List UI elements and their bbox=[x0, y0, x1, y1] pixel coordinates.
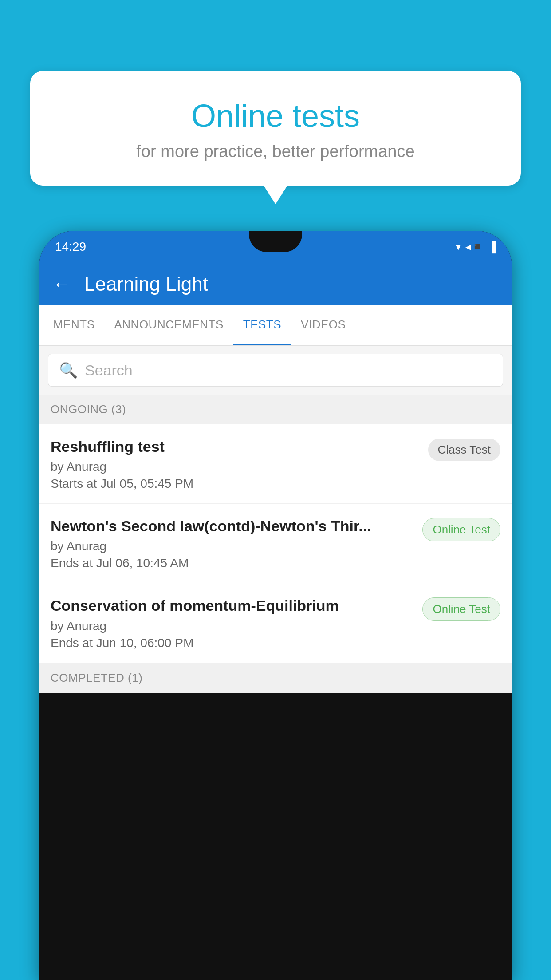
back-button[interactable]: ← bbox=[52, 273, 71, 295]
speech-bubble-title: Online tests bbox=[52, 98, 499, 134]
test-info: Reshuffling test by Anurag Starts at Jul… bbox=[51, 437, 428, 491]
phone-frame: 14:29 ▾ ◂◾ ▐ ← Learning Light MENTS ANNO… bbox=[39, 231, 512, 980]
wifi-icon: ▾ bbox=[456, 241, 461, 253]
search-container: 🔍 Search bbox=[39, 346, 512, 395]
test-list: Reshuffling test by Anurag Starts at Jul… bbox=[39, 424, 512, 663]
test-by: by Anurag bbox=[51, 460, 419, 474]
search-placeholder: Search bbox=[85, 362, 133, 379]
test-by: by Anurag bbox=[51, 619, 413, 633]
tabs-bar: MENTS ANNOUNCEMENTS TESTS VIDEOS bbox=[39, 305, 512, 346]
speech-bubble: Online tests for more practice, better p… bbox=[30, 71, 521, 186]
tab-videos[interactable]: VIDEOS bbox=[291, 305, 355, 345]
test-title: Reshuffling test bbox=[51, 437, 419, 456]
status-bar: 14:29 ▾ ◂◾ ▐ bbox=[39, 231, 512, 263]
tab-ments[interactable]: MENTS bbox=[43, 305, 105, 345]
tab-announcements[interactable]: ANNOUNCEMENTS bbox=[105, 305, 233, 345]
search-bar[interactable]: 🔍 Search bbox=[48, 354, 503, 387]
test-title: Newton's Second law(contd)-Newton's Thir… bbox=[51, 516, 413, 536]
completed-section-header: COMPLETED (1) bbox=[39, 663, 512, 693]
test-item[interactable]: Newton's Second law(contd)-Newton's Thir… bbox=[39, 504, 512, 583]
tab-tests[interactable]: TESTS bbox=[233, 305, 291, 345]
test-item[interactable]: Reshuffling test by Anurag Starts at Jul… bbox=[39, 424, 512, 504]
app-bar: ← Learning Light bbox=[39, 263, 512, 305]
test-info: Newton's Second law(contd)-Newton's Thir… bbox=[51, 516, 422, 570]
phone-notch bbox=[249, 231, 302, 252]
test-by: by Anurag bbox=[51, 539, 413, 553]
speech-bubble-subtitle: for more practice, better performance bbox=[52, 142, 499, 161]
test-title: Conservation of momentum-Equilibrium bbox=[51, 596, 413, 615]
search-icon: 🔍 bbox=[59, 361, 78, 379]
test-badge-online-2: Online Test bbox=[422, 597, 500, 621]
ongoing-section-header: ONGOING (3) bbox=[39, 395, 512, 424]
test-time: Starts at Jul 05, 05:45 PM bbox=[51, 477, 419, 491]
test-badge-online: Online Test bbox=[422, 518, 500, 541]
test-badge-class: Class Test bbox=[428, 439, 500, 461]
test-time: Ends at Jul 06, 10:45 AM bbox=[51, 556, 413, 570]
status-time: 14:29 bbox=[55, 240, 86, 254]
status-icons: ▾ ◂◾ ▐ bbox=[456, 241, 496, 253]
app-bar-title: Learning Light bbox=[84, 273, 208, 295]
battery-icon: ▐ bbox=[488, 241, 496, 253]
test-time: Ends at Jun 10, 06:00 PM bbox=[51, 636, 413, 650]
test-item[interactable]: Conservation of momentum-Equilibrium by … bbox=[39, 583, 512, 663]
test-info: Conservation of momentum-Equilibrium by … bbox=[51, 596, 422, 650]
signal-icon: ◂◾ bbox=[465, 241, 484, 253]
